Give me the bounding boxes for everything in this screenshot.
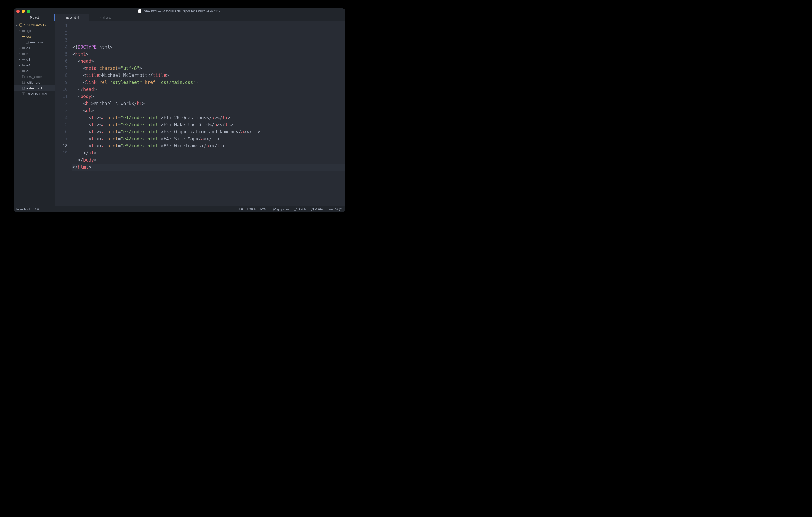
tree-folder[interactable]: ›e3 [14, 57, 55, 62]
tree-item-label: e1 [26, 46, 30, 50]
code-line[interactable]: <h1>Michael's Work</h1> [72, 100, 345, 107]
folder-icon [22, 35, 25, 38]
tree-item-label: css [26, 34, 32, 38]
tree-file[interactable]: README.md [14, 91, 55, 97]
sidebar: Project ⌄ su2020-avt217 ›.git⌄cssmain.cs… [14, 14, 55, 206]
chevron-right-icon: › [18, 47, 21, 50]
code-line[interactable] [72, 171, 345, 178]
code-line[interactable]: <li><a href="e2/index.html">E2: Make the… [72, 121, 345, 128]
code-line[interactable]: <head> [72, 58, 345, 65]
markdown-file-icon [22, 92, 25, 95]
tree-item-label: e5 [26, 69, 30, 73]
editor-window: index.html — ~/Documents/Repositories/su… [14, 8, 345, 212]
status-grammar[interactable]: HTML [260, 208, 268, 211]
editor-tab[interactable]: index.html [55, 14, 89, 21]
file-icon [22, 75, 25, 78]
folder-icon [22, 69, 25, 72]
tree-folder[interactable]: ›e2 [14, 51, 55, 57]
svg-rect-1 [23, 93, 24, 94]
status-github-label: GitHub [315, 208, 324, 211]
tree-item-label: main.css [30, 40, 44, 44]
window-controls [17, 10, 30, 13]
chevron-right-icon: › [18, 69, 21, 72]
svg-point-2 [273, 208, 274, 209]
line-numbers: 12345678910111213141516171819 [55, 21, 72, 206]
tree-folder[interactable]: ›e1 [14, 45, 55, 51]
chevron-right-icon: › [18, 29, 21, 32]
line-number: 14 [55, 114, 68, 121]
code-editor[interactable]: 12345678910111213141516171819 <!DOCTYPE … [55, 21, 345, 206]
editor-tab[interactable]: main.css [89, 14, 122, 21]
status-fetch[interactable]: Fetch [294, 208, 306, 211]
code-line[interactable]: <link rel="stylesheet" href="css/main.cs… [72, 79, 345, 86]
tree-file[interactable]: .gitignore [14, 80, 55, 85]
tree-folder[interactable]: ›e4 [14, 62, 55, 68]
line-number: 10 [55, 86, 68, 93]
code-line[interactable]: </body> [72, 157, 345, 163]
minimize-window-button[interactable] [22, 10, 25, 13]
status-encoding[interactable]: UTF-8 [248, 208, 256, 211]
tree-file[interactable]: index.html [14, 85, 55, 91]
tree-item-label: README.md [26, 92, 47, 96]
status-git[interactable]: Git (1) [329, 208, 342, 211]
code-line[interactable]: <li><a href="e5/index.html">E5: Wirefram… [72, 143, 345, 150]
wrap-guide [325, 21, 325, 206]
git-commit-icon [329, 208, 333, 211]
line-number: 12 [55, 100, 68, 107]
tree-folder[interactable]: ⌄css [14, 33, 55, 39]
status-bar: index.html 18:8 LF UTF-8 HTML gh-pages [14, 206, 345, 212]
code-line[interactable]: <meta charset="utf-8"> [72, 65, 345, 72]
status-branch[interactable]: gh-pages [273, 208, 289, 211]
file-icon [138, 9, 141, 13]
code-line[interactable]: <li><a href="e3/index.html">E3: Organiza… [72, 128, 345, 135]
status-cursor[interactable]: 18:8 [33, 208, 39, 211]
line-number: 8 [55, 72, 68, 79]
sidebar-tab-project[interactable]: Project [14, 14, 55, 21]
tree-root-label: su2020-avt217 [24, 23, 46, 27]
line-number: 3 [55, 37, 68, 44]
status-fetch-label: Fetch [299, 208, 306, 211]
editor-tabs: index.htmlmain.css [55, 14, 345, 21]
code-line[interactable]: <title>Michael McDermott</title> [72, 72, 345, 79]
chevron-right-icon: › [18, 58, 21, 61]
repo-icon [19, 23, 23, 27]
code-line[interactable]: </ul> [72, 150, 345, 157]
maximize-window-button[interactable] [27, 10, 30, 13]
code-line[interactable]: <li><a href="e1/index.html">E1: 20 Quest… [72, 114, 345, 121]
line-number: 6 [55, 58, 68, 65]
file-icon [25, 40, 29, 44]
code-area[interactable]: <!DOCTYPE html><html> <head> <meta chars… [72, 21, 345, 206]
chevron-down-icon: ⌄ [18, 35, 21, 38]
code-line[interactable]: <html> [72, 51, 345, 58]
line-number: 2 [55, 30, 68, 37]
folder-icon [22, 29, 25, 32]
svg-point-4 [273, 210, 274, 211]
status-eol[interactable]: LF [239, 208, 243, 211]
titlebar: index.html — ~/Documents/Repositories/su… [14, 8, 345, 14]
tree-folder[interactable]: ›.git [14, 28, 55, 33]
tree-root[interactable]: ⌄ su2020-avt217 [14, 22, 55, 28]
line-number: 7 [55, 65, 68, 72]
sync-icon [294, 208, 297, 211]
code-line[interactable]: </html> [72, 163, 345, 171]
tree-file[interactable]: main.css [14, 39, 55, 45]
svg-point-5 [330, 209, 331, 210]
close-window-button[interactable] [17, 10, 20, 13]
code-line[interactable]: <ul> [72, 107, 345, 114]
line-number: 1 [55, 23, 68, 30]
code-line[interactable]: </head> [72, 86, 345, 93]
code-line[interactable]: <li><a href="e4/index.html">E4: Site Map… [72, 135, 345, 143]
code-line[interactable]: <body> [72, 93, 345, 100]
status-github[interactable]: GitHub [311, 208, 324, 211]
tree-item-label: e4 [26, 63, 30, 67]
tree-file[interactable]: .DS_Store [14, 74, 55, 80]
svg-point-3 [275, 208, 276, 209]
chevron-down-icon: ⌄ [16, 24, 18, 26]
tree-item-label: e3 [26, 58, 30, 61]
tree-folder[interactable]: ›e5 [14, 68, 55, 74]
code-line[interactable]: <!DOCTYPE html> [72, 44, 345, 51]
status-filename[interactable]: index.html [17, 208, 30, 211]
folder-icon [22, 52, 25, 55]
chevron-right-icon: › [18, 64, 21, 67]
window-title: index.html — ~/Documents/Repositories/su… [143, 9, 221, 13]
